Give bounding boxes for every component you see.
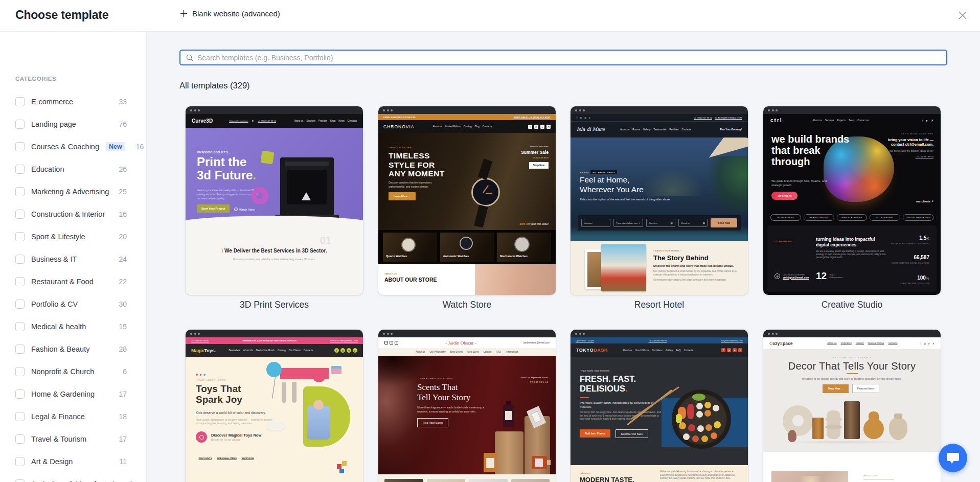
template-card-perfume[interactable]: - Jardin Obscur - jardinobscur@email.com… xyxy=(378,330,556,482)
checkbox[interactable] xyxy=(15,255,25,264)
preview-topbar: FREE SHIPPING FROM $39 NEED HELP: +1 (55… xyxy=(378,114,556,120)
sidebar-item-art-design[interactable]: Art & Design11 xyxy=(15,450,127,473)
bottle-label xyxy=(531,411,542,423)
cloud-graphic xyxy=(266,422,285,430)
hero-title-line2: 3d Future xyxy=(197,168,253,182)
template-card-resort-hotel[interactable]: f ✕ ◎ ▸ +1 (234) 567 89 00 ISLADIMARE@EM… xyxy=(571,106,748,295)
checkbox[interactable] xyxy=(15,277,25,286)
hero-title: TIMELESS STYLE FOR ANY MOMENT xyxy=(389,151,449,178)
sidebar-item-portfolio-cv[interactable]: Portfolio & CV30 xyxy=(15,293,127,315)
nav-link: Rooms xyxy=(632,128,640,131)
checkbox[interactable] xyxy=(15,142,25,151)
pill: MOBILE APPS xyxy=(770,214,801,221)
divider xyxy=(863,479,894,480)
sidebar-item-e-commerce[interactable]: E-commerce33 xyxy=(15,90,127,113)
template-card-creative-studio[interactable]: ctrl About usServicesProjectsTeamContact… xyxy=(763,106,941,295)
sidebar-item-courses-coaching[interactable]: Courses & CoachingNew16 xyxy=(15,135,127,158)
template-card-decor[interactable]: CozySpace About usInspirationCatalogNews… xyxy=(763,330,941,482)
bottle-cap xyxy=(506,401,511,405)
template-preview: f ✕ ◎ ▸ +1 (234) 567 89 00 ISLADIMARE@EM… xyxy=(571,114,748,295)
watch-strap xyxy=(478,158,493,180)
checkbox[interactable] xyxy=(15,97,25,106)
sidebar-item-legal-finance[interactable]: Legal & Finance18 xyxy=(15,405,127,428)
checkbox[interactable] xyxy=(15,210,25,219)
chevron-down-icon: ▾ xyxy=(639,222,640,224)
sidebar-item-sport-lifestyle[interactable]: Sport & Lifestyle20 xyxy=(15,225,127,248)
category-count: 6 xyxy=(123,368,127,376)
window-dot xyxy=(383,109,385,111)
checkbox[interactable] xyxy=(15,345,25,354)
checkbox[interactable] xyxy=(15,389,25,399)
template-card-watch-store[interactable]: FREE SHIPPING FROM $39 NEED HELP: +1 (55… xyxy=(378,106,556,295)
nav-link: Contacts xyxy=(304,349,313,352)
window-dot xyxy=(768,333,770,335)
close-button[interactable] xyxy=(956,9,969,21)
sidebar-item-marketing-advertising[interactable]: Marketing & Advertising25 xyxy=(15,180,127,203)
featured-items-button: Featured Items xyxy=(852,384,880,393)
close-icon xyxy=(956,9,969,21)
sushi-piece xyxy=(687,404,694,419)
preview-logo: ctrl xyxy=(770,118,783,123)
watch-hand xyxy=(486,193,492,194)
chat-widget-button[interactable] xyxy=(939,444,967,472)
tile-label: Mechanical Watches xyxy=(500,255,528,258)
promo-text-bold: Signature xyxy=(531,376,541,379)
blank-website-button[interactable]: Blank website (advanced) xyxy=(180,9,280,18)
section-number: 01 xyxy=(320,235,331,246)
checkbox[interactable] xyxy=(15,412,25,421)
checkbox[interactable] xyxy=(15,120,25,129)
window-dot xyxy=(575,333,577,335)
checkbox[interactable] xyxy=(15,457,25,466)
printer-graphic xyxy=(280,157,334,218)
sidebar-item-agriculture-manufacturing[interactable]: Agriculture & Manufacturing9 xyxy=(15,473,127,482)
category-count: 17 xyxy=(119,390,127,398)
template-preview: Curve3D 3d.print@email.com +1 (234) 567 … xyxy=(186,114,363,295)
work-title: bring your vision to life — contact ctrl… xyxy=(876,137,933,147)
checkbox[interactable] xyxy=(15,479,25,482)
hero-title-accent: . xyxy=(253,168,256,182)
model-photo xyxy=(475,264,556,295)
sidebar-item-construction-interior[interactable]: Construction & Interior16 xyxy=(15,203,127,225)
window-dot xyxy=(391,109,393,111)
sidebar-item-medical-health[interactable]: Medical & health15 xyxy=(15,315,127,338)
browser-chrome xyxy=(763,106,941,114)
checkbox[interactable] xyxy=(15,187,25,196)
search-input[interactable] xyxy=(197,54,941,62)
watch-tile: Mechanical Watches xyxy=(497,233,551,262)
hero-cta-button: Start Your Project xyxy=(197,204,230,213)
gift-box-graphic xyxy=(331,366,341,374)
checkbox[interactable] xyxy=(15,165,25,174)
sidebar-item-nonprofit-church[interactable]: Nonprofit & Church6 xyxy=(15,360,127,383)
sidebar-item-home-gardening[interactable]: Home & Gardening17 xyxy=(15,383,127,405)
category-label: Home & Gardening xyxy=(31,390,95,398)
vase-mustard-top xyxy=(869,411,879,421)
checkbox[interactable] xyxy=(15,300,25,309)
block-graphic xyxy=(337,464,341,469)
sidebar-item-business-it[interactable]: Business & IT24 xyxy=(15,248,127,270)
dot-accent xyxy=(200,374,202,376)
sidebar-item-fashion-beauty[interactable]: Fashion & Beauty28 xyxy=(15,338,127,360)
category-label: Business & IT xyxy=(31,255,77,263)
template-preview: - Jardin Obscur - jardinobscur@email.com… xyxy=(378,337,556,482)
hero-title-line2: DELISIOUS xyxy=(580,384,625,393)
checkbox[interactable] xyxy=(15,322,25,331)
sidebar-item-education[interactable]: Education26 xyxy=(15,158,127,180)
sidebar-item-travel-tourism[interactable]: Travel & Tourism17 xyxy=(15,428,127,450)
preview-logo: TOKYO xyxy=(576,348,594,353)
sushi-piece xyxy=(711,432,717,439)
template-card-toys[interactable]: +1 (234) 567 89 00 SHOWROOM: 325A KENMON… xyxy=(186,330,363,482)
checkbox[interactable] xyxy=(15,434,25,444)
bottle-label xyxy=(535,458,543,467)
twitter-icon xyxy=(932,342,935,345)
clients-badge: 900+ HAPPY CLIENTS xyxy=(590,170,617,174)
checkbox[interactable] xyxy=(15,367,25,376)
sidebar-item-restaurant-food[interactable]: Restaurant & Food22 xyxy=(15,270,127,293)
sidebar-item-landing-page[interactable]: Landing page76 xyxy=(15,113,127,135)
sushi-piece xyxy=(696,403,703,409)
checkbox[interactable] xyxy=(15,232,25,241)
template-card-3d-print-services[interactable]: Curve3D 3d.print@email.com +1 (234) 567 … xyxy=(186,106,363,295)
nav-link: Contacts xyxy=(681,128,691,131)
nav-link: Contact us xyxy=(857,119,869,122)
template-card-sushi[interactable]: Open 8 am - 10 pm +1 (234) 567 89 00 tok… xyxy=(571,330,748,482)
years-value: 12 xyxy=(816,270,827,282)
